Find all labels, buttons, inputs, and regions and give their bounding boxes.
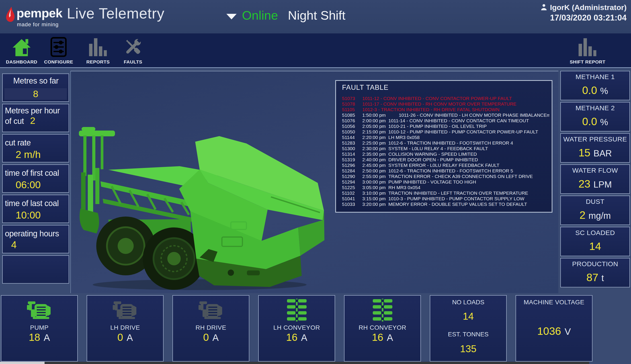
fault-row[interactable]: 510413:15:00 pm1010-3 - PUMP INHIBITED -… (342, 196, 550, 202)
sensor-panel: WATER FLOW23LPM (560, 164, 630, 194)
main-canvas: FAULT TABLE 510731011-12 - CONV INHIBITE… (70, 71, 558, 293)
status-value-row: 1036V (516, 325, 592, 337)
fault-time: 2:00:00 pm (362, 118, 388, 124)
status-value: 16 (286, 332, 298, 343)
metric-value: 10:00 (3, 208, 69, 221)
left-metric-panel: Metres per hour of cut2 (2, 104, 69, 132)
shift-report-button[interactable]: SHIFT REPORT (568, 35, 606, 66)
sensor-label: SC LOADED (561, 229, 630, 236)
fault-time: 2:45:00 pm (362, 162, 388, 168)
user-box: IgorK (Administrator) 17/03/2020 03:21:0… (540, 3, 626, 22)
fault-row[interactable]: 510762:00:00 pm1011-14 - CONV INHIBITED … (342, 118, 550, 124)
fault-row[interactable]: 513002:30:00 pmSYSTEM - L0LU RELAY 4 - F… (342, 146, 550, 151)
metric-value: 8 (33, 89, 38, 99)
status-unit: A (44, 332, 50, 343)
status-panel-rh-drive: RH DRIVE0A (172, 295, 249, 362)
status-label: RH CONVEYOR (344, 324, 420, 331)
fault-row[interactable]: 512842:50:00 pm1012-6 - TRACTION INHIBIT… (342, 168, 550, 174)
fault-time: 2:25:00 pm (362, 140, 388, 146)
fault-time: 2:20:00 pm (362, 134, 388, 140)
fault-row[interactable]: 512253:05:00 pmRH MR3 0x054 (342, 185, 550, 190)
status-unit: A (301, 332, 307, 343)
metric-value: 2 (30, 116, 35, 126)
left-metric-panel: time of last coal10:00 (2, 195, 69, 223)
bar-chart-icon (568, 36, 606, 59)
toolbar-item-dashboard[interactable]: DASHBOARD (3, 35, 40, 66)
fault-description: RH MR3 0x054 (388, 185, 550, 190)
brand-name: pempek (16, 6, 62, 20)
status-panel-no-loads: NO LOADS14EST. TONNES135 (430, 295, 507, 362)
reports-icon (79, 36, 117, 59)
configure-icon (40, 36, 78, 59)
fault-time: 3:05:00 pm (362, 185, 388, 190)
status-panel-rh-conveyor: RH CONVEYOR16A (344, 295, 421, 362)
fault-row[interactable]: 510562:05:00 pm1010-21 - PUMP INHIBITED … (342, 124, 550, 129)
fault-row[interactable]: 512832:25:00 pm1012-6 - TRACTION INHIBIT… (342, 140, 550, 146)
status-panel-lh-drive: LH DRIVE0A (87, 295, 164, 362)
chevron-down-icon[interactable] (226, 14, 236, 20)
fault-id: 51041 (342, 196, 362, 202)
toolbar-item-reports[interactable]: REPORTS (79, 35, 117, 66)
fault-id: 51105 (342, 107, 362, 112)
toolbar-item-faults[interactable]: FAULTS (114, 35, 152, 66)
fault-id: 51102 (342, 190, 362, 196)
motor-icon (173, 298, 249, 322)
left-metric-panel: operating hours4 (2, 225, 69, 253)
fault-id: 51225 (342, 185, 362, 190)
fault-description: 1012-6 - TRACTION INHIBITED - FOOTSWITCH… (388, 168, 550, 174)
right-sensors-column: METHANE 10.0%METHANE 20.0%WATER PRESSURE… (560, 71, 630, 287)
fault-id: 51296 (342, 162, 362, 168)
left-metric-panel: cut rate2 m/h (2, 134, 69, 162)
toolbar-item-label: FAULTS (114, 59, 152, 64)
scrollbar-thumb[interactable] (0, 362, 44, 364)
fault-row[interactable]: 510333:20:00 pmMEMORY ERROR - DOUBLE SET… (342, 202, 550, 207)
fault-row[interactable]: 510731011-12 - CONV INHIBITED - CONV CON… (342, 96, 550, 101)
fault-time: 2:50:00 pm (362, 168, 388, 174)
sensor-label: WATER PRESSURE (561, 136, 630, 143)
fault-row[interactable]: 511442:20:00 pmLH MR3 0x058 (342, 134, 550, 140)
metric-label: cut rate (3, 134, 69, 148)
fault-description: DRIVER DOOR OPEN - PUMP INHIBITED (388, 157, 550, 162)
fault-row[interactable]: 510502:15:00 pm1010-12 - PUMP INHIBITED … (342, 129, 550, 134)
status-label: NO LOADS (430, 299, 506, 306)
fault-description: 1010-12 - PUMP INHIBITED - PUMP CONTACTO… (388, 129, 550, 134)
fault-description: SYSTEM - L0LU RELAY 4 - FEEDBACK FAULT (388, 146, 550, 151)
toolbar-item-configure[interactable]: CONFIGURE (40, 35, 78, 66)
status-value-row: 16A (259, 331, 335, 343)
fault-id: 51319 (342, 157, 362, 162)
fault-description: 1011-14 - CONV INHIBITED - CONV CONTACTO… (388, 118, 550, 124)
machine-3d-image[interactable] (75, 115, 327, 291)
fault-id: 51076 (342, 118, 362, 124)
fault-row[interactable]: 510851:50:00 pm 1011-26 - CONV INHIBITED… (342, 112, 550, 118)
fault-row[interactable]: 511051012-3 - TRACTION INHIBITED - RH DR… (342, 107, 550, 112)
sensor-unit: mg/m (588, 211, 611, 220)
status-value: 16 (372, 332, 383, 343)
status-unit: A (212, 332, 218, 343)
datetime: 17/03/2020 03:21:04 (540, 13, 626, 22)
sensor-value-row: 15BAR (561, 146, 630, 159)
fault-description: 1012-6 - TRACTION INHIBITED - FOOTSWITCH… (388, 140, 550, 146)
horizontal-scrollbar[interactable] (0, 362, 589, 364)
fault-row[interactable]: 513192:40:00 pmDRIVER DOOR OPEN - PUMP I… (342, 157, 550, 162)
fault-row[interactable]: 510781011-17 - CONV INHIBITED - RH CONV … (342, 101, 550, 107)
fault-row[interactable]: 512962:45:00 pmSYSTEM ERROR - L0LU RELAY… (342, 162, 550, 168)
live-telemetry-app: pempek made for mining Live Telemetry On… (0, 0, 631, 364)
sensor-label: DUST (561, 198, 630, 206)
fault-row[interactable]: 513142:35:00 pmCOLLISION WARNING - SPEED… (342, 151, 550, 157)
status-panel-lh-conveyor: LH CONVEYOR16A (258, 295, 335, 362)
fault-time: 2:30:00 pm (362, 146, 388, 151)
fault-description: 1010-3 - PUMP INHIBITED - PUMP CONTACTOR… (388, 196, 550, 202)
fault-time: 3:15:00 pm (362, 196, 388, 202)
fault-row[interactable]: 512943:00:00 pmPUMP INHIBITED - VOLTAGE … (342, 179, 550, 185)
connection-status: Online (242, 8, 278, 22)
faults-icon (114, 36, 152, 59)
sensor-value-row: 14 (561, 240, 630, 252)
status-value: 18 (29, 332, 40, 343)
fault-row[interactable]: 511023:10:00 pmTRACTION INHIBITED - LEFT… (342, 190, 550, 196)
status-label-2: EST. TONNES (430, 331, 506, 338)
page-title: Live Telemetry (67, 5, 164, 22)
fault-row[interactable]: 512902:55:00 pmTRACTION ERROR - CHECK A3… (342, 174, 550, 179)
user-line[interactable]: IgorK (Administrator) (540, 3, 626, 12)
motor-icon (1, 298, 77, 322)
status-unit: A (126, 332, 133, 343)
